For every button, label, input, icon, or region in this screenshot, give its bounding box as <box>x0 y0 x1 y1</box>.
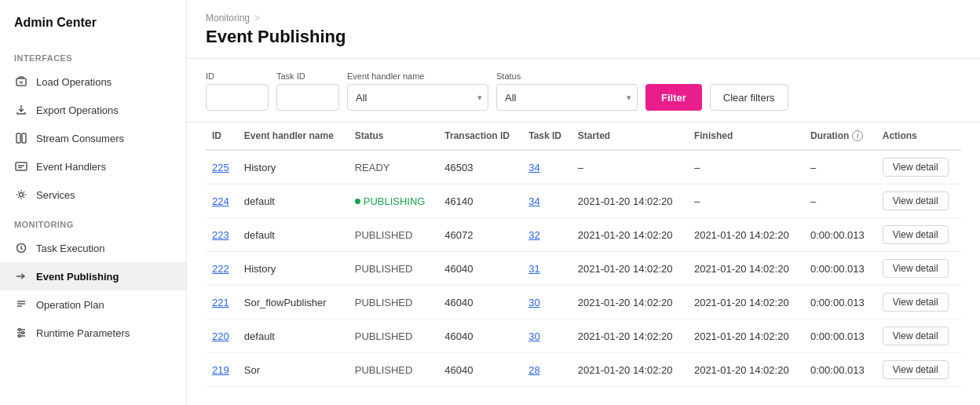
id-link[interactable]: 219 <box>212 364 229 376</box>
event-handler-select[interactable]: All <box>347 84 488 111</box>
status-select[interactable]: All <box>496 84 638 111</box>
table-container: ID Event handler name Status Transaction… <box>187 122 980 405</box>
sidebar-item-label: Stream Consumers <box>36 133 124 144</box>
task-id-link[interactable]: 32 <box>528 229 539 241</box>
event-publishing-table: ID Event handler name Status Transaction… <box>206 122 961 387</box>
runtime-parameters-icon <box>14 326 28 340</box>
task-id-input[interactable] <box>276 84 339 111</box>
page-title: Event Publishing <box>206 27 961 58</box>
svg-rect-3 <box>16 162 27 170</box>
cell-id: 224 <box>206 184 238 218</box>
id-link[interactable]: 224 <box>212 195 229 207</box>
id-filter-label: ID <box>206 71 269 81</box>
sidebar-item-label: Export Operations <box>36 104 119 116</box>
task-id-link[interactable]: 30 <box>528 330 539 342</box>
breadcrumb-parent[interactable]: Monitoring <box>206 13 250 24</box>
col-status: Status <box>349 122 439 150</box>
interfaces-section-label: Interfaces <box>0 42 186 68</box>
task-id-link[interactable]: 34 <box>528 162 539 173</box>
cell-duration: – <box>804 184 876 218</box>
cell-task-id: 32 <box>522 218 572 252</box>
view-detail-button[interactable]: View detail <box>883 293 949 312</box>
task-id-link[interactable]: 31 <box>528 263 539 275</box>
status-cell: PUBLISHING <box>355 195 433 207</box>
col-started: Started <box>572 122 688 150</box>
id-input[interactable] <box>206 84 269 111</box>
task-id-link[interactable]: 30 <box>528 297 539 308</box>
cell-duration: 0:00:00.013 <box>804 319 876 353</box>
task-id-filter-group: Task ID <box>276 71 339 111</box>
table-row: 222 History PUBLISHED 46040 31 2021-01-2… <box>206 252 961 286</box>
view-detail-button[interactable]: View detail <box>883 225 949 244</box>
sidebar-item-stream-consumers[interactable]: Stream Consumers <box>0 124 186 152</box>
main-content: Monitoring > Event Publishing ID Task ID… <box>187 0 980 405</box>
cell-status: READY <box>349 150 439 184</box>
col-duration: Duration i <box>804 122 876 150</box>
sidebar-item-runtime-parameters[interactable]: Runtime Parameters <box>0 319 186 347</box>
status-cell: PUBLISHED <box>355 297 413 308</box>
cell-duration: 0:00:00.013 <box>804 286 876 319</box>
cell-actions: View detail <box>876 319 961 353</box>
cell-actions: View detail <box>876 286 961 319</box>
cell-id: 222 <box>206 252 238 286</box>
view-detail-button[interactable]: View detail <box>883 327 949 345</box>
cell-actions: View detail <box>876 218 961 252</box>
sidebar-item-event-publishing[interactable]: Event Publishing <box>0 262 186 290</box>
sidebar-item-label: Event Publishing <box>36 271 119 283</box>
sidebar-item-label: Load Operations <box>36 76 112 88</box>
cell-event-handler: History <box>238 150 349 184</box>
admin-center-title: Admin Center <box>0 0 186 42</box>
view-detail-button[interactable]: View detail <box>883 192 949 210</box>
svg-point-4 <box>20 193 24 197</box>
duration-info-icon[interactable]: i <box>852 130 863 141</box>
task-id-link[interactable]: 28 <box>528 364 539 376</box>
breadcrumb-separator: > <box>254 13 260 24</box>
table-row: 223 default PUBLISHED 46072 32 2021-01-2… <box>206 218 961 252</box>
cell-status: PUBLISHING <box>349 184 439 218</box>
view-detail-button[interactable]: View detail <box>883 158 949 177</box>
event-handlers-icon <box>14 159 28 173</box>
filters-bar: ID Task ID Event handler name All ▾ Stat… <box>187 59 980 122</box>
status-cell: PUBLISHED <box>355 364 413 376</box>
task-id-link[interactable]: 34 <box>528 195 539 207</box>
sidebar-item-load-operations[interactable]: Load Operations <box>0 68 186 96</box>
sidebar: Admin Center Interfaces Load Operations … <box>0 0 187 405</box>
sidebar-item-operation-plan[interactable]: Operation Plan <box>0 290 186 319</box>
view-detail-button[interactable]: View detail <box>883 360 949 379</box>
cell-task-id: 30 <box>522 286 572 319</box>
id-filter-group: ID <box>206 71 269 111</box>
cell-event-handler: Sor <box>238 353 349 387</box>
id-link[interactable]: 223 <box>212 229 229 241</box>
sidebar-item-label: Event Handlers <box>36 161 106 173</box>
id-link[interactable]: 225 <box>212 162 229 173</box>
cell-transaction-id: 46040 <box>438 286 522 319</box>
sidebar-item-export-operations[interactable]: Export Operations <box>0 96 186 124</box>
cell-started: 2021-01-20 14:02:20 <box>572 218 688 252</box>
cell-started: 2021-01-20 14:02:20 <box>572 319 688 353</box>
sidebar-item-label: Task Execution <box>36 243 104 254</box>
cell-actions: View detail <box>876 184 961 218</box>
cell-status: PUBLISHED <box>349 286 439 319</box>
view-detail-button[interactable]: View detail <box>883 259 949 278</box>
status-filter-group: Status All ▾ <box>496 71 638 111</box>
breadcrumb: Monitoring > <box>206 13 961 24</box>
cell-actions: View detail <box>876 353 961 387</box>
id-link[interactable]: 220 <box>212 330 229 342</box>
id-link[interactable]: 221 <box>212 297 229 308</box>
cell-id: 223 <box>206 218 238 252</box>
svg-point-8 <box>19 335 21 338</box>
cell-transaction-id: 46072 <box>438 218 522 252</box>
sidebar-item-services[interactable]: Services <box>0 181 186 209</box>
id-link[interactable]: 222 <box>212 263 229 275</box>
operation-plan-icon <box>14 297 28 312</box>
filter-button[interactable]: Filter <box>645 84 702 111</box>
publishing-dot <box>355 199 360 204</box>
clear-filters-button[interactable]: Clear filters <box>710 84 788 111</box>
event-handler-filter-label: Event handler name <box>347 71 488 81</box>
sidebar-item-event-handlers[interactable]: Event Handlers <box>0 152 186 181</box>
sidebar-item-task-execution[interactable]: Task Execution <box>0 234 186 262</box>
svg-rect-0 <box>16 78 26 86</box>
stream-consumers-icon <box>14 131 28 145</box>
monitoring-section-label: Monitoring <box>0 209 186 234</box>
col-finished: Finished <box>688 122 804 150</box>
